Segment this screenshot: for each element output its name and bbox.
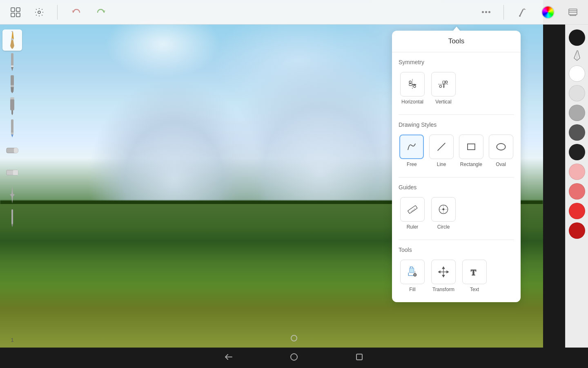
brush-tool-marker[interactable] — [2, 74, 22, 95]
tool-transform[interactable]: Transform — [430, 260, 457, 292]
nav-back-button[interactable] — [220, 349, 237, 367]
svg-rect-16 — [10, 97, 14, 99]
brush-tool-eraser-soft[interactable] — [2, 140, 22, 161]
svg-rect-6 — [569, 9, 577, 15]
line-icon-box — [429, 135, 454, 159]
color-swatch-dark-red[interactable] — [567, 221, 587, 240]
color-swatch-light-pink[interactable] — [567, 162, 587, 182]
brush-tool-active[interactable] — [2, 29, 22, 51]
color-swatch-dark-gray[interactable] — [567, 123, 587, 142]
svg-point-31 — [445, 81, 447, 83]
color-swatch-red[interactable] — [567, 201, 587, 221]
symmetry-grid: Horizontal Vertical — [399, 72, 514, 105]
svg-point-34 — [497, 144, 505, 150]
undo-button[interactable] — [67, 4, 85, 20]
panel-pointer — [452, 27, 461, 31]
color-wheel-icon — [541, 6, 555, 19]
nav-recents-button[interactable] — [351, 349, 368, 367]
brush-tool-pen[interactable] — [2, 118, 22, 139]
rectangle-icon-box — [459, 135, 483, 159]
horizontal-label: Horizontal — [401, 99, 423, 105]
symmetry-section: Symmetry Horizontal — [392, 52, 521, 114]
ruler-label: Ruler — [407, 224, 419, 230]
svg-rect-9 — [11, 38, 13, 40]
svg-line-38 — [413, 209, 414, 210]
svg-rect-1 — [16, 8, 20, 11]
free-icon-box — [399, 135, 424, 159]
svg-rect-35 — [408, 205, 417, 213]
brush-selector-button[interactable] — [514, 3, 532, 21]
tool-ruler[interactable]: Ruler — [399, 197, 426, 230]
svg-point-26 — [409, 81, 411, 83]
layers-button[interactable] — [564, 4, 581, 21]
toolbar-left — [7, 3, 110, 21]
svg-point-43 — [443, 209, 444, 210]
color-swatch-light-gray[interactable] — [567, 83, 587, 103]
oval-icon-box — [489, 135, 513, 159]
symmetry-section-title: Symmetry — [399, 59, 514, 65]
svg-rect-17 — [11, 119, 13, 134]
free-label: Free — [407, 162, 417, 167]
svg-rect-10 — [11, 53, 13, 67]
guides-section-title: Guides — [399, 184, 514, 191]
drawing-styles-title: Drawing Styles — [399, 121, 514, 128]
brush-tool-fine[interactable] — [2, 208, 22, 229]
tool-horizontal[interactable]: Horizontal — [399, 72, 426, 105]
tool-fill[interactable]: Fill — [399, 260, 426, 292]
svg-point-30 — [439, 85, 441, 88]
oval-label: Oval — [496, 162, 506, 167]
color-wheel-button[interactable] — [538, 2, 558, 22]
gallery-button[interactable] — [7, 3, 24, 21]
vertical-icon-box — [431, 72, 456, 96]
brush-tool-pencil[interactable] — [2, 52, 22, 73]
svg-rect-0 — [11, 8, 15, 11]
svg-text:T: T — [471, 268, 476, 277]
svg-marker-49 — [439, 271, 440, 273]
brush-tool-eraser-hard[interactable] — [2, 162, 22, 183]
tools-subsection-title: Tools — [399, 247, 514, 253]
toolbar-divider-2 — [503, 5, 504, 20]
horizontal-icon-box — [400, 72, 425, 96]
svg-marker-50 — [447, 271, 448, 273]
svg-line-32 — [438, 143, 445, 150]
svg-rect-19 — [11, 132, 13, 135]
circle-guide-icon-box — [431, 197, 456, 222]
tool-oval[interactable]: Oval — [488, 135, 514, 167]
settings-button[interactable] — [31, 4, 47, 20]
line-label: Line — [437, 162, 446, 167]
tool-circle-guide[interactable]: Circle — [430, 197, 457, 230]
svg-point-5 — [519, 15, 521, 17]
svg-rect-23 — [13, 170, 18, 175]
pencil-right-tool[interactable] — [567, 47, 587, 64]
color-swatch-salmon[interactable] — [567, 182, 587, 201]
redo-button[interactable] — [92, 4, 110, 20]
transform-icon-box — [431, 260, 456, 284]
svg-marker-48 — [442, 275, 444, 277]
more-options-button[interactable] — [479, 8, 494, 16]
brush-number: 1 — [2, 336, 22, 343]
brush-tool-airbrush[interactable] — [2, 96, 22, 117]
tools-subsection: Tools Fill — [392, 240, 521, 302]
svg-point-4 — [38, 11, 40, 13]
tool-text[interactable]: T Text — [461, 260, 488, 292]
tool-free[interactable]: Free — [399, 135, 425, 167]
color-swatch-white[interactable] — [567, 64, 587, 83]
brush-tool-smudge[interactable] — [2, 184, 22, 205]
nav-home-button[interactable] — [286, 349, 302, 367]
fill-label: Fill — [409, 287, 415, 292]
tool-vertical[interactable]: Vertical — [430, 72, 457, 105]
tool-line[interactable]: Line — [428, 135, 455, 167]
color-swatch-near-black[interactable] — [567, 142, 587, 162]
circle-guide-label: Circle — [437, 224, 450, 230]
svg-line-36 — [411, 211, 412, 212]
text-icon-box: T — [462, 260, 487, 284]
transform-label: Transform — [432, 287, 454, 292]
tool-rectangle[interactable]: Rectangle — [458, 135, 485, 167]
svg-rect-53 — [356, 354, 362, 360]
color-swatch-black[interactable] — [567, 28, 587, 47]
color-swatch-mid-gray[interactable] — [567, 103, 587, 123]
svg-rect-2 — [11, 13, 15, 17]
drawing-styles-grid: Free Line Rectangle — [399, 135, 514, 167]
android-nav — [0, 348, 588, 368]
three-dots-icon — [482, 11, 490, 13]
